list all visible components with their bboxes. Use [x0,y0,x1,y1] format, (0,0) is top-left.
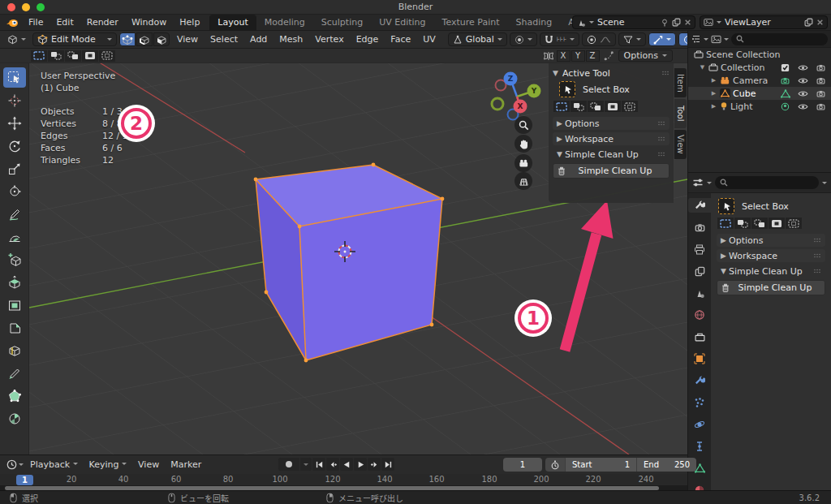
mode-dropdown[interactable]: Edit Mode [32,32,117,46]
expand-arrow-icon[interactable]: ▶ [710,103,717,110]
select-subtract-button[interactable] [588,101,604,112]
tab-collection-properties[interactable] [688,330,711,344]
chevron-down-icon[interactable] [724,38,729,43]
snap-falloff-icon[interactable] [604,50,614,61]
select-invert-button[interactable] [605,101,621,112]
select-intersect-button[interactable] [622,101,638,112]
outliner-row-scene-collection[interactable]: Scene Collection [688,48,831,61]
hide-eye-icon[interactable] [795,64,811,71]
menu-window[interactable]: Window [125,15,173,31]
properties-search-input[interactable] [715,176,819,189]
drag-grip-icon[interactable] [657,136,665,141]
menu-add[interactable]: Add [245,34,272,45]
play-reverse-button[interactable] [340,458,353,471]
vertex-select-button[interactable] [119,32,136,46]
proportional-editing-widget[interactable] [582,32,616,46]
mirror-x-button[interactable]: X [557,50,571,62]
menu-marker[interactable]: Marker [166,459,206,470]
tab-render-properties[interactable] [688,220,711,235]
menu-help[interactable]: Help [173,15,206,31]
properties-editor-icon[interactable] [692,178,704,187]
tab-layout[interactable]: Layout [209,15,256,31]
tab-texture-paint[interactable]: Texture Paint [434,15,508,31]
record-button[interactable] [278,458,299,471]
tool-inset-faces[interactable] [3,295,26,315]
unlink-scene-icon[interactable] [684,19,691,26]
tab-modifier-properties[interactable] [688,373,711,388]
menu-edge[interactable]: Edge [351,34,384,45]
tool-spin[interactable] [3,408,26,429]
transform-orientation-dropdown[interactable]: Global [448,32,507,46]
pan-hand-button[interactable] [515,135,532,153]
expand-arrow-icon[interactable]: ▶ [710,77,717,84]
outliner-row-cube[interactable]: ▶ Cube [688,87,831,100]
tab-sculpting[interactable]: Sculpting [313,15,371,31]
disable-render-icon[interactable] [813,103,829,110]
playhead[interactable]: 1 [16,475,33,485]
menu-select[interactable]: Select [205,34,243,45]
maximize-window-button[interactable] [37,3,45,11]
tool-options-dropdown[interactable]: Options [618,50,673,62]
drag-grip-icon[interactable] [657,121,665,126]
current-frame-field[interactable]: 1 [503,458,542,472]
outliner-row-collection[interactable]: ▼ Collection [688,61,831,74]
options-panel-header[interactable]: ▶ Options [553,117,670,130]
tab-physics-properties[interactable] [688,417,711,432]
select-extend-button[interactable] [734,218,751,229]
menu-vertex[interactable]: Vertex [310,34,348,45]
cleanup-panel-header[interactable]: ▼ Simple Clean Up [553,148,670,161]
cleanup-panel-header[interactable]: ▼ Simple Clean Up [717,265,825,278]
toggle-perspective-button[interactable] [515,172,532,190]
select-subtract-button[interactable] [65,50,81,62]
tool-scale[interactable] [3,158,26,179]
tab-output-properties[interactable] [688,242,711,256]
timeline-ruler[interactable]: 20 40 60 80 100 120 140 160 180 200 220 … [0,474,687,485]
new-scene-icon[interactable] [672,18,681,27]
tool-extrude-region[interactable] [3,272,26,292]
select-subtract-button[interactable] [751,218,768,229]
outliner-row-light[interactable]: ▶ Light [688,100,831,113]
gizmos-toggle[interactable] [648,32,676,46]
hide-eye-icon[interactable] [795,77,811,84]
previous-keyframe-button[interactable] [326,458,339,471]
tab-object-properties[interactable] [688,351,711,366]
new-view-layer-icon[interactable] [804,18,813,27]
disable-render-icon[interactable] [813,90,829,97]
editor-type-selector[interactable] [3,32,30,46]
sidebar-tab-tool[interactable]: Tool [674,99,687,128]
menu-mesh[interactable]: Mesh [274,34,308,45]
edge-select-button[interactable] [136,32,153,46]
sidebar-tab-view[interactable]: View [674,130,687,159]
active-tool-panel-header[interactable]: ▼ Active Tool [553,66,670,80]
simple-clean-up-button[interactable]: Simple Clean Up [553,163,670,179]
tab-tool-properties[interactable] [688,198,711,213]
hide-eye-icon[interactable] [795,90,811,97]
tool-add-cube[interactable] [3,249,26,269]
select-set-button[interactable] [717,218,734,229]
camera-view-button[interactable] [515,154,532,172]
filter-dropdown-icon[interactable] [691,34,701,44]
tool-bevel[interactable] [3,317,26,338]
mirror-z-button[interactable]: Z [586,50,600,62]
tool-knife[interactable] [3,363,26,383]
timeline-editor-icon[interactable] [6,459,17,470]
select-extend-button[interactable] [48,50,64,62]
menu-render[interactable]: Render [80,15,125,31]
keying-set-chevron[interactable] [300,458,312,471]
menu-file[interactable]: File [22,15,50,31]
chevron-down-icon[interactable] [822,182,827,187]
menu-view[interactable]: View [172,34,203,45]
disable-render-icon[interactable] [813,64,829,71]
workspace-panel-header[interactable]: ▶ Workspace [553,132,670,145]
workspace-panel-header[interactable]: ▶ Workspace [717,249,825,262]
expand-arrow-icon[interactable]: ▼ [699,64,706,71]
viewport-3d[interactable]: X Y Z Options [0,49,687,454]
close-window-button[interactable] [7,3,15,11]
tool-move[interactable] [3,113,26,133]
drag-grip-icon[interactable] [661,71,670,75]
play-button[interactable] [354,458,367,471]
jump-to-start-button[interactable] [312,458,325,471]
tool-measure[interactable] [3,226,26,247]
start-frame-field[interactable]: Start1 [565,458,636,472]
minimize-window-button[interactable] [22,3,30,11]
